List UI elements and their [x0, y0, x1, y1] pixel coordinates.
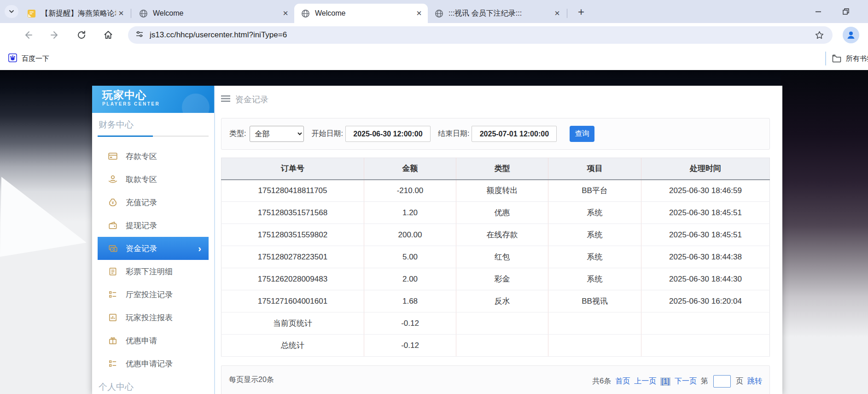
type-cell: 彩金 — [456, 268, 548, 290]
sidebar-menu-item[interactable]: 优惠申请 — [98, 329, 209, 352]
profile-avatar[interactable] — [843, 27, 859, 43]
deposit-card-icon — [108, 151, 118, 161]
tab-strip: 【新提醒】海燕策略论坛综合交 ✕ Welcome ✕ Welcome ✕ :::… — [0, 0, 868, 23]
prev-page-link[interactable]: 上一页 — [634, 376, 656, 386]
section-underline — [98, 135, 209, 137]
jump-prefix-text: 第 — [701, 376, 708, 386]
pagination-bar: 每页显示20条 共6条 首页 上一页 [1] 下一页 第 页 跳转 — [221, 365, 770, 394]
first-page-link[interactable]: 首页 — [615, 376, 630, 386]
table-row: 1751280351559802 200.00 在线存款 系统 2025-06-… — [221, 224, 770, 246]
end-date-input[interactable] — [472, 126, 557, 142]
search-button[interactable]: 查询 — [570, 126, 594, 142]
table-row: 1751262028009483 2.00 彩金 系统 2025-06-30 1… — [221, 268, 770, 290]
window-restore-button[interactable] — [836, 5, 856, 18]
menu-item-label: 取款专区 — [126, 174, 157, 185]
forward-button[interactable] — [48, 29, 62, 41]
browser-tab[interactable]: Welcome ✕ — [294, 4, 428, 23]
player-center-panel: 玩家中心 PLAYERS CENTER 财务中心 存款专区 取款专区 — [92, 86, 782, 394]
project-cell: BB平台 — [548, 180, 641, 202]
type-cell: 在线存款 — [456, 224, 548, 246]
reload-button[interactable] — [75, 29, 88, 41]
tab-close-icon[interactable]: ✕ — [280, 8, 291, 18]
menu-item-label: 优惠申请记录 — [126, 359, 173, 369]
tab-close-icon[interactable]: ✕ — [552, 8, 562, 18]
sidebar-menu-items: 存款专区 取款专区 ¥ 充值记录 提现记录 — [98, 145, 209, 375]
page-jump-input[interactable] — [713, 375, 731, 388]
amount-cell: 5.00 — [364, 246, 456, 268]
type-cell: 反水 — [456, 290, 548, 312]
current-page-indicator: [1] — [660, 377, 670, 386]
forum-favicon — [27, 9, 36, 18]
bookmarks-right-group: 所有书签 — [825, 51, 868, 66]
sidebar-menu-item[interactable]: 资金记录 › — [98, 237, 209, 260]
bookmarks-divider — [825, 52, 826, 65]
table-row: 1751280418811705 -210.00 额度转出 BB平台 2025-… — [221, 180, 770, 202]
sidebar-menu-item[interactable]: 玩家投注报表 — [98, 306, 209, 329]
finance-section-title: 财务中心 — [98, 113, 209, 131]
withdraw-hand-icon — [108, 174, 118, 184]
bookmark-baidu[interactable]: 百度一下 — [6, 52, 52, 65]
amount-cell: 1.68 — [364, 290, 456, 312]
sidebar-menu-item[interactable]: 优惠申请记录 — [98, 352, 209, 375]
window-minimize-button[interactable] — [809, 5, 828, 18]
table-header-cell: 项目 — [548, 158, 641, 180]
time-cell — [641, 312, 770, 335]
order-number-cell: 1751262028009483 — [221, 268, 364, 290]
withdrawal-wallet-icon — [108, 220, 118, 230]
menu-item-label: 充值记录 — [126, 197, 157, 208]
table-body: 1751280418811705 -210.00 额度转出 BB平台 2025-… — [221, 180, 770, 357]
time-cell: 2025-06-30 18:44:38 — [641, 246, 770, 268]
hall-list-icon — [108, 289, 118, 300]
site-settings-icon[interactable] — [135, 30, 144, 40]
browser-tab[interactable]: 【新提醒】海燕策略论坛综合交 ✕ — [20, 4, 130, 23]
browser-tab[interactable]: Welcome ✕ — [132, 4, 294, 23]
sidebar-menu-item[interactable]: 提现记录 — [98, 214, 209, 237]
type-cell — [456, 312, 548, 335]
time-cell: 2025-06-30 18:45:51 — [641, 224, 770, 246]
menu-toggle-icon[interactable] — [221, 95, 230, 104]
address-bar[interactable]: js13.cc/hhcp/usercenter.html?iniType=6 — [128, 26, 833, 44]
tab-close-icon[interactable]: ✕ — [116, 8, 126, 18]
start-date-input[interactable] — [345, 126, 431, 142]
sidebar-menu-item[interactable]: ¥ 充值记录 — [98, 191, 209, 214]
url-text[interactable]: js13.cc/hhcp/usercenter.html?iniType=6 — [150, 30, 813, 40]
sidebar-menu: 财务中心 存款专区 取款专区 ¥ 充值记 — [92, 113, 214, 394]
sidebar-menu-item[interactable]: 厅室投注记录 — [98, 283, 209, 306]
project-cell: 系统 — [548, 268, 641, 290]
jump-link[interactable]: 跳转 — [747, 376, 762, 386]
globe-favicon — [139, 9, 148, 18]
next-page-link[interactable]: 下一页 — [675, 376, 697, 386]
sidebar-menu-item[interactable]: 存款专区 — [98, 145, 209, 168]
tab-list: 【新提醒】海燕策略论坛综合交 ✕ Welcome ✕ Welcome ✕ :::… — [20, 4, 568, 23]
tab-close-icon[interactable]: ✕ — [414, 8, 424, 18]
order-number-cell: 1751280351571568 — [221, 202, 364, 224]
sidebar-menu-item[interactable]: 取款专区 — [98, 168, 209, 191]
time-cell: 2025-06-30 18:44:30 — [641, 268, 770, 290]
all-bookmarks-button[interactable]: 所有书签 — [832, 54, 868, 63]
background-dark-right — [781, 70, 868, 337]
type-cell — [456, 335, 548, 357]
sidebar-menu-item[interactable]: 彩票下注明细 — [98, 260, 209, 283]
table-header-cell: 类型 — [456, 158, 548, 180]
table-row: 当前页统计 -0.12 — [221, 312, 770, 335]
menu-item-label: 彩票下注明细 — [126, 266, 173, 277]
browser-tab[interactable]: :::视讯 会员下注纪录::: ✕ — [428, 4, 566, 23]
order-number-cell: 总统计 — [221, 335, 364, 357]
bookmark-label: 百度一下 — [22, 54, 49, 63]
back-button[interactable] — [21, 29, 35, 41]
bookmark-star-icon[interactable] — [813, 29, 825, 41]
home-button[interactable] — [101, 29, 115, 41]
baidu-favicon — [8, 53, 17, 64]
amount-cell: -0.12 — [364, 335, 456, 357]
new-tab-button[interactable]: + — [575, 6, 588, 18]
filter-bar: 类型: 全部 开始日期: 结束日期: 查询 — [221, 118, 770, 150]
project-cell — [548, 335, 641, 357]
sidebar-banner: 玩家中心 PLAYERS CENTER — [92, 86, 214, 113]
tab-search-chevron-icon[interactable] — [5, 5, 18, 18]
type-cell: 额度转出 — [456, 180, 548, 202]
lottery-doc-icon — [108, 266, 118, 276]
total-count-text: 共6条 — [592, 376, 611, 386]
table-row: 总统计 -0.12 — [221, 335, 770, 357]
browser-toolbar: js13.cc/hhcp/usercenter.html?iniType=6 — [0, 23, 868, 47]
type-select[interactable]: 全部 — [250, 126, 304, 142]
